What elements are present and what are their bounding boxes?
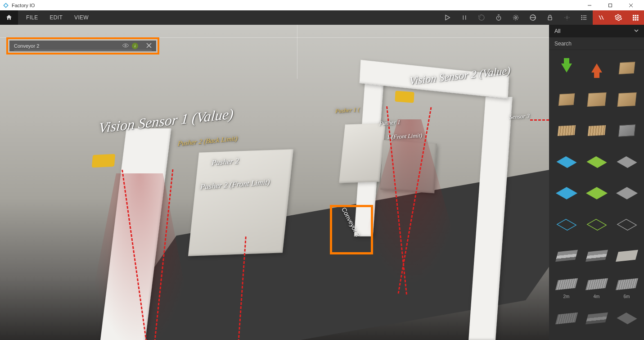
part-box-xl[interactable] <box>612 86 641 113</box>
svg-rect-32 <box>637 19 638 20</box>
selection-panel: Conveyor 2 i <box>6 37 159 54</box>
conveyor-2-tag: Conveyor 2 <box>333 213 373 253</box>
part-emitter[interactable] <box>552 54 581 82</box>
svg-point-9 <box>496 16 500 20</box>
minimize-button[interactable] <box>579 0 600 10</box>
part-lid-blue[interactable] <box>552 149 581 176</box>
part-extra-1[interactable] <box>552 305 581 332</box>
part-base-blue[interactable] <box>552 180 581 207</box>
part-outline-grey[interactable] <box>612 211 641 238</box>
window-controls <box>579 0 641 10</box>
home-button[interactable] <box>0 10 18 25</box>
svg-rect-26 <box>637 15 638 16</box>
drivers-button[interactable] <box>524 10 541 25</box>
vision-sensor-2-head <box>395 91 414 103</box>
svg-rect-15 <box>548 17 552 20</box>
part-box-small[interactable] <box>612 54 641 82</box>
window-title: Factory IO <box>12 3 35 8</box>
parts-palette: All Search 2m 4m 6m <box>549 25 644 340</box>
svg-point-22 <box>581 19 582 19</box>
selection-name-input[interactable]: Conveyor 2 <box>14 43 39 49</box>
part-roller-6m[interactable]: 6m <box>612 274 641 301</box>
sensors-tags-button[interactable] <box>507 10 524 25</box>
svg-marker-6 <box>446 15 450 20</box>
maximize-button[interactable] <box>600 0 621 10</box>
palette-toggle-button[interactable] <box>627 10 644 25</box>
svg-point-21 <box>581 17 582 18</box>
settings-button[interactable] <box>610 10 627 25</box>
search-placeholder: Search <box>554 41 572 47</box>
chevron-down-icon <box>634 28 639 34</box>
menu-view[interactable]: VIEW <box>74 14 89 21</box>
pusher-2-body <box>188 149 293 256</box>
svg-rect-24 <box>633 15 634 16</box>
lock-button[interactable] <box>541 10 558 25</box>
label-sensor-3: Sensor 3 <box>509 113 530 121</box>
part-lid-green[interactable] <box>582 149 611 176</box>
menu-edit[interactable]: EDIT <box>50 14 63 21</box>
svg-rect-25 <box>635 15 636 16</box>
part-outline-green[interactable] <box>582 211 611 238</box>
part-extra-2[interactable] <box>582 305 611 332</box>
part-roller-2m[interactable]: 2m <box>552 274 581 301</box>
svg-rect-31 <box>635 19 636 20</box>
svg-point-13 <box>513 15 518 20</box>
palette-grid: 2m 4m 6m <box>549 50 644 340</box>
palette-filter-label: All <box>554 28 560 34</box>
part-extra-3[interactable] <box>612 305 641 332</box>
visibility-icon[interactable] <box>122 43 129 49</box>
menu-file[interactable]: FILE <box>26 14 38 21</box>
vision-sensor-1-head <box>92 154 115 168</box>
reset-button[interactable] <box>473 10 490 25</box>
close-icon[interactable] <box>146 43 152 49</box>
svg-rect-28 <box>635 17 636 18</box>
palette-search-input[interactable]: Search <box>549 37 644 50</box>
target-button[interactable] <box>558 10 576 25</box>
part-roller-4m[interactable]: 4m <box>582 274 611 301</box>
svg-point-12 <box>515 17 517 18</box>
svg-point-23 <box>617 17 619 18</box>
label-pusher-2-back: Pusher 2 (Back Limit) <box>177 135 238 148</box>
info-icon[interactable]: i <box>132 43 138 49</box>
part-outline-blue[interactable] <box>552 211 581 238</box>
svg-point-16 <box>566 17 568 18</box>
label-pusher-1: Pusher 1 <box>379 118 401 127</box>
part-flat-conveyor[interactable] <box>612 242 641 269</box>
pause-button[interactable] <box>456 10 473 25</box>
part-pallet-stack[interactable] <box>582 117 611 144</box>
main-toolbar: FILE EDIT VIEW <box>0 10 644 25</box>
svg-rect-29 <box>637 17 638 18</box>
3d-viewport[interactable]: Vision Sensor 1 (Value) Vision Sensor 2 … <box>0 25 644 340</box>
part-crate[interactable] <box>612 117 641 144</box>
part-box-large[interactable] <box>582 86 611 113</box>
play-button[interactable] <box>439 10 456 25</box>
alerts-button[interactable] <box>593 10 610 25</box>
list-button[interactable] <box>576 10 593 25</box>
timer-button[interactable] <box>490 10 507 25</box>
svg-point-20 <box>581 15 582 16</box>
pusher-1-body <box>339 123 386 183</box>
part-base-green[interactable] <box>582 180 611 207</box>
part-belt-conveyor-2[interactable] <box>582 242 611 269</box>
part-remover[interactable] <box>582 54 611 82</box>
app-icon <box>3 2 9 9</box>
window-titlebar: Factory IO <box>0 0 644 10</box>
palette-filter-dropdown[interactable]: All <box>549 25 644 37</box>
svg-rect-30 <box>633 19 634 20</box>
part-belt-conveyor[interactable] <box>552 242 581 269</box>
part-lid-grey[interactable] <box>612 149 641 176</box>
part-base-grey[interactable] <box>612 180 641 207</box>
svg-point-33 <box>125 45 126 46</box>
svg-rect-3 <box>609 4 612 7</box>
svg-rect-27 <box>633 17 634 18</box>
close-window-button[interactable] <box>621 0 641 10</box>
part-pallet-wood[interactable] <box>552 117 581 144</box>
part-box-medium[interactable] <box>552 86 581 113</box>
label-pusher-1-back: Pusher 1 ( <box>335 106 360 115</box>
